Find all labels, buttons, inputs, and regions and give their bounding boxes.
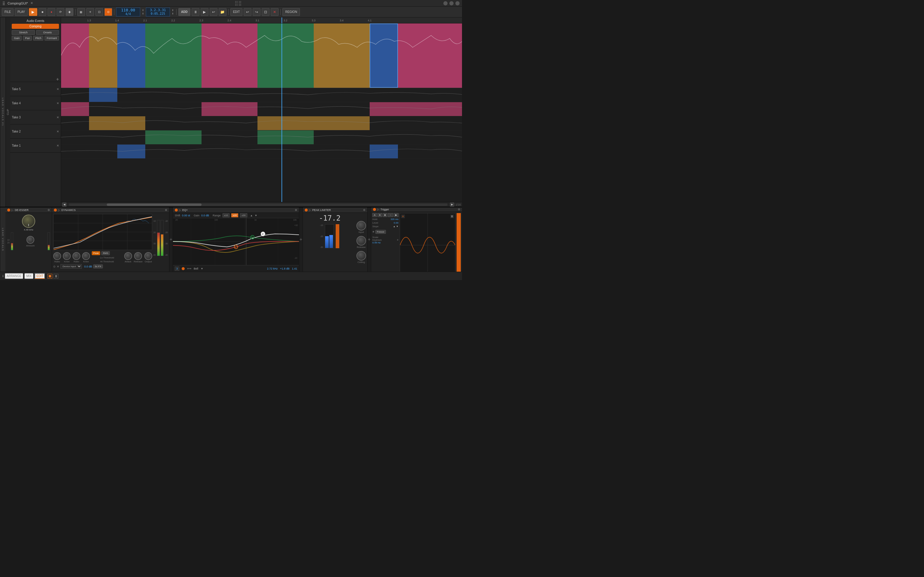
gain-value[interactable]: 0.0 dB <box>201 214 209 217</box>
peak-release-knob[interactable] <box>356 236 366 245</box>
play-button[interactable]: ▶ <box>29 8 37 16</box>
tab-icon-2[interactable] <box>53 274 58 279</box>
comp-track[interactable] <box>61 23 462 88</box>
band-b-button[interactable]: B <box>378 213 382 217</box>
region-button[interactable]: REGION <box>283 8 300 16</box>
output-knob[interactable] <box>144 252 152 260</box>
range-30[interactable]: ±30 <box>240 213 247 217</box>
osc-config[interactable]: ⚙ <box>458 208 460 211</box>
de-esser-expand[interactable]: ▷ <box>11 209 13 211</box>
take5-close[interactable]: ✕ <box>57 87 59 91</box>
scrollbar-track[interactable] <box>69 203 447 206</box>
loop-region-button[interactable]: ⊡ <box>95 8 103 16</box>
band-a-button[interactable]: A <box>372 213 377 217</box>
eq-gain-val[interactable]: +1.8 dB <box>280 267 289 270</box>
close-button[interactable] <box>456 1 460 5</box>
undo-button[interactable]: ↩ <box>244 8 252 16</box>
shift-value[interactable]: 0.00 st <box>182 214 190 217</box>
osc-display[interactable]: B A <box>400 213 456 272</box>
knee2-knob[interactable] <box>82 252 90 260</box>
de-esser-config[interactable]: ⚙ <box>47 209 50 211</box>
add-take-btn[interactable]: + <box>12 77 59 82</box>
sc-fx-button[interactable]: Sc FX <box>93 264 103 268</box>
peak-input-knob[interactable] <box>356 221 366 230</box>
close-tab-icon[interactable]: ✕ <box>31 1 33 5</box>
osc-right-arrow[interactable]: → <box>388 213 393 217</box>
tb-btn-4[interactable]: 📁 <box>219 8 226 16</box>
peak-limiter-expand[interactable]: ▷ <box>309 209 311 211</box>
maximize-button[interactable] <box>449 1 454 5</box>
position-display[interactable]: 3.2.3.31 0:05.225 <box>146 8 170 16</box>
play-label-button[interactable]: PLAY <box>15 8 27 16</box>
add-main-button[interactable]: ADD <box>178 8 191 16</box>
take2-close[interactable]: ✕ <box>57 130 59 133</box>
dynamics-expand[interactable]: ▷ <box>58 209 60 211</box>
copy-button[interactable]: ⊡ <box>262 8 270 16</box>
tempo-display[interactable]: 110.00 4/4 <box>116 8 140 16</box>
band-stereo-icon[interactable]: ⟺ <box>187 267 191 270</box>
de-esser-power[interactable] <box>7 209 10 211</box>
keytrack-menu-btn[interactable]: ≡ <box>397 239 399 241</box>
range-20[interactable]: ±20 <box>231 213 238 217</box>
edit-tab[interactable]: EDIT <box>35 273 45 279</box>
band-type[interactable]: Bell <box>194 267 198 270</box>
record-button[interactable]: ● <box>47 8 55 16</box>
eq-q-val[interactable]: 1.41 <box>292 267 297 270</box>
redo-button[interactable]: ↪ <box>253 8 260 16</box>
ratio2-knob[interactable] <box>73 252 80 260</box>
pitch-button[interactable]: Pitch <box>33 36 43 40</box>
minimize-button[interactable] <box>443 1 447 5</box>
peak-limiter-config[interactable]: ⚙ <box>363 209 365 211</box>
stop-button[interactable]: ■ <box>39 8 46 16</box>
stretch-button[interactable]: Stretch <box>12 30 35 35</box>
peak-ceiling-knob[interactable] <box>356 251 366 261</box>
take3-waveform[interactable] <box>61 116 462 131</box>
tb-btn-3[interactable]: ↩ <box>210 8 218 16</box>
dynamics-power[interactable] <box>54 209 57 211</box>
comping-button[interactable]: Comping <box>12 24 59 29</box>
tab-icon-1[interactable] <box>47 274 52 279</box>
take2-waveform[interactable] <box>61 131 462 145</box>
scale-value[interactable]: 0.59 Hz <box>372 241 399 244</box>
eq-freq-val[interactable]: 2.72 kHz <box>267 267 278 270</box>
delete-button[interactable]: ✕ <box>271 8 278 16</box>
gain-button[interactable]: Gain <box>12 36 22 40</box>
onsets-button[interactable]: Onsets <box>36 30 59 35</box>
eq-down-icon[interactable]: ▼ <box>254 214 257 217</box>
take4-waveform[interactable] <box>61 102 462 116</box>
scroll-left-btn[interactable]: ◀ <box>62 203 66 207</box>
attack-knob[interactable] <box>124 252 132 260</box>
take1-close[interactable]: ✕ <box>57 144 59 147</box>
add-plugin-2[interactable]: + <box>299 207 303 272</box>
take3-close[interactable]: ✕ <box>57 116 59 119</box>
peak-button[interactable]: Peak <box>92 251 100 255</box>
rms-button[interactable]: RMS <box>101 251 110 255</box>
de-esser-amount-knob[interactable] <box>26 236 34 244</box>
record-mode-button[interactable]: ⊙ <box>104 8 112 16</box>
eq-up-icon[interactable]: ▲ <box>250 214 253 217</box>
band-number[interactable]: 3 <box>175 267 179 271</box>
osc-power[interactable] <box>373 208 376 211</box>
scroll-right-btn[interactable]: ▶ <box>450 203 454 207</box>
eq-graph[interactable]: 20 100 1k 10k +10 -10 <box>173 218 299 265</box>
eq-power[interactable] <box>175 209 178 211</box>
add-plugin-3[interactable]: + <box>368 207 371 272</box>
eq-config[interactable]: ⚙ <box>295 209 297 211</box>
ruler[interactable]: 1.3 1.4 2.1 2.2 2.3 2.4 3.1 3.2 3.3 3.4 … <box>61 18 462 23</box>
peak-limiter-power[interactable] <box>305 209 308 211</box>
range-10[interactable]: ±10 <box>223 213 229 217</box>
hold-value[interactable]: 320 ms <box>391 218 398 221</box>
osc-mode-bars[interactable]: ⧫ <box>383 213 387 217</box>
file-button[interactable]: FILE <box>2 8 13 16</box>
eq-expand[interactable]: ▷ <box>179 209 181 211</box>
add-track-button[interactable]: + <box>66 8 73 16</box>
edit-button[interactable]: EDIT <box>230 8 243 16</box>
slope-arrows[interactable]: ▲ ▼ <box>393 225 399 228</box>
take1-waveform[interactable] <box>61 145 462 159</box>
tb-btn-1[interactable]: ⏸ <box>192 8 199 16</box>
scrollbar-thumb[interactable] <box>107 203 202 206</box>
level-value[interactable]: 0.00 <box>394 221 399 224</box>
dynamics-config[interactable]: ⚙ <box>165 209 167 211</box>
osc-play-btn[interactable]: ▶ <box>394 213 399 217</box>
add-button[interactable]: + <box>86 8 94 16</box>
